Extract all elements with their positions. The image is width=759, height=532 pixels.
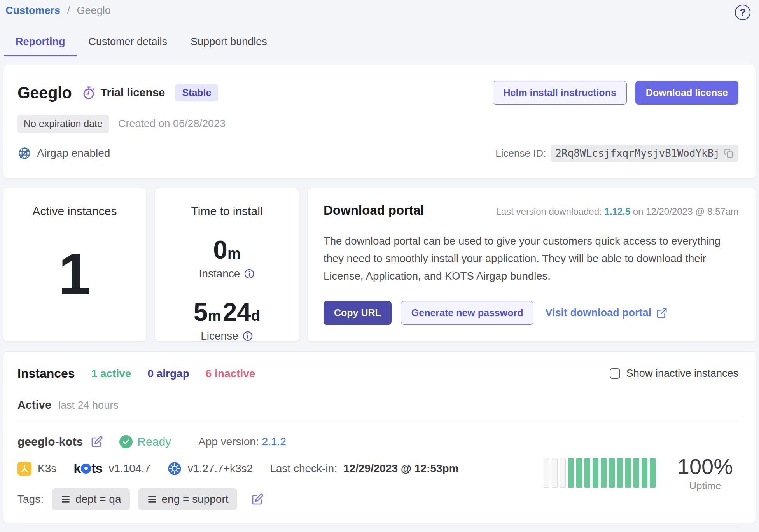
uptime-value: 100% (677, 454, 733, 479)
last-version-downloaded: Last version downloaded: 1.12.5 on 12/20… (496, 206, 739, 217)
download-portal-card: Download portal Last version downloaded:… (308, 188, 756, 342)
customer-name: Geeglo (17, 84, 72, 102)
tag-icon (61, 494, 71, 504)
instances-title: Instances (17, 366, 75, 381)
active-instances-value: 1 (11, 245, 138, 303)
divider (17, 422, 738, 422)
breadcrumb-separator: / (67, 5, 70, 16)
time-to-install-card: Time to install 0m Instance 5m (155, 188, 299, 342)
breadcrumb-current: Geeglo (77, 5, 111, 16)
uptime-bar-filled (601, 458, 607, 488)
app-version-label: App version: (198, 436, 259, 448)
airgap-count[interactable]: 0 airgap (147, 368, 189, 380)
license-type-label: Trial license (100, 86, 165, 99)
instances-card: Instances 1 active 0 airgap 6 inactive S… (3, 351, 756, 523)
license-type: Trial license (82, 86, 165, 100)
tab-support-bundles[interactable]: Support bundles (179, 30, 279, 56)
uptime-label: Uptime (677, 480, 733, 492)
uptime-bar-empty (560, 458, 566, 488)
uptime-bar-filled (593, 458, 598, 488)
uptime-block: 100% Uptime (544, 435, 738, 510)
top-bar: Customers / Geeglo ? (3, 0, 756, 20)
edit-instance-name-icon[interactable] (91, 436, 103, 448)
uptime-bar-filled (625, 458, 631, 488)
airgap-status: Airgap enabled (17, 146, 110, 160)
uptime-bars (544, 458, 656, 488)
stopwatch-icon (82, 86, 96, 100)
last-checkin-value: 12/29/2023 @ 12:53pm (343, 462, 459, 475)
breadcrumb: Customers / Geeglo (5, 5, 111, 17)
kots-logo-ts: ts (91, 461, 102, 476)
tab-customer-details[interactable]: Customer details (77, 30, 179, 56)
last-checkin-label: Last check-in: (270, 462, 337, 475)
uptime-bar-filled (584, 458, 590, 488)
ready-check-icon (119, 435, 133, 448)
app-version-link[interactable]: 2.1.2 (262, 436, 286, 448)
show-inactive-checkbox[interactable] (610, 368, 620, 379)
external-link-icon (656, 307, 668, 319)
instance-time-value: 0 (213, 235, 227, 264)
edit-tags-icon[interactable] (251, 493, 264, 506)
copy-url-button[interactable]: Copy URL (324, 301, 392, 325)
instance-time-label: Instance (199, 268, 240, 280)
uptime-bar-filled (576, 458, 582, 488)
license-time-unit-2: d (251, 308, 260, 324)
kots-logo: kts (73, 461, 102, 476)
page: Customers / Geeglo ? Reporting Customer … (0, 0, 759, 532)
download-license-button[interactable]: Download license (635, 81, 738, 105)
metrics-row: Active instances 1 Time to install 0m In… (3, 188, 756, 342)
last-version-label: Last version downloaded: (496, 206, 602, 217)
active-section-label: Active (17, 399, 51, 411)
tab-reporting[interactable]: Reporting (4, 30, 77, 56)
tab-bar: Reporting Customer details Support bundl… (3, 30, 756, 56)
instance-info-icon[interactable] (244, 268, 255, 279)
copy-license-id-icon[interactable] (724, 148, 734, 158)
tags-label: Tags: (17, 493, 44, 506)
license-time-value-1: 5 (194, 298, 208, 326)
license-id-chip: 2Rq8WLcsjfxqrMysjvB1WodYkBj (551, 145, 738, 162)
help-icon[interactable]: ? (735, 5, 750, 20)
uptime-bar-filled (633, 458, 639, 488)
expiration-badge: No expiration date (17, 115, 109, 133)
breadcrumb-customers[interactable]: Customers (5, 5, 60, 16)
license-info-icon[interactable] (242, 331, 253, 341)
kots-logo-o-icon (81, 464, 91, 474)
instance-name: geeglo-kots (17, 435, 83, 448)
instance-time-unit: m (227, 245, 241, 262)
inactive-count[interactable]: 6 inactive (206, 368, 255, 380)
license-id-value: 2Rq8WLcsjfxqrMysjvB1WodYkBj (555, 147, 720, 159)
kubernetes-icon (168, 462, 182, 476)
kots-version: v1.104.7 (108, 462, 150, 475)
download-portal-description: The download portal can be used to give … (324, 233, 736, 285)
active-section-sublabel: last 24 hours (58, 399, 119, 411)
license-id-row: License ID: 2Rq8WLcsjfxqrMysjvB1WodYkBj (495, 145, 738, 162)
uptime-bar-filled (642, 458, 647, 488)
show-inactive-label: Show inactive instances (626, 368, 738, 380)
generate-new-password-button[interactable]: Generate new password (401, 301, 534, 325)
active-instances-title: Active instances (11, 205, 138, 218)
visit-download-portal-link[interactable]: Visit download portal (545, 307, 668, 319)
tag-icon (147, 494, 157, 504)
uptime-bar-empty (544, 458, 549, 488)
license-time-value-2: 24 (223, 298, 251, 326)
helm-install-instructions-button[interactable]: Helm install instructions (493, 81, 626, 105)
instance-time-block: 0m Instance (163, 235, 291, 280)
k8s-version: v1.27.7+k3s2 (188, 462, 253, 475)
created-date: Created on 06/28/2023 (118, 118, 226, 130)
airgap-globe-icon (17, 146, 31, 160)
uptime-bar-empty (552, 458, 558, 488)
k3s-icon (17, 462, 31, 476)
uptime-bar-filled (609, 458, 615, 488)
divider (17, 526, 738, 526)
time-to-install-title: Time to install (163, 205, 291, 218)
tag-chip: eng = support (138, 488, 237, 510)
license-summary-card: Geeglo Trial license Stable Helm install… (3, 65, 756, 178)
distribution-label: K3s (38, 462, 56, 475)
visit-download-portal-label: Visit download portal (545, 307, 651, 319)
active-count[interactable]: 1 active (91, 368, 131, 380)
uptime-bar-filled (568, 458, 574, 488)
last-version-link[interactable]: 1.12.5 (604, 206, 630, 217)
tag-label: eng = support (162, 493, 229, 506)
ready-label: Ready (137, 435, 171, 448)
show-inactive-toggle[interactable]: Show inactive instances (610, 368, 738, 380)
